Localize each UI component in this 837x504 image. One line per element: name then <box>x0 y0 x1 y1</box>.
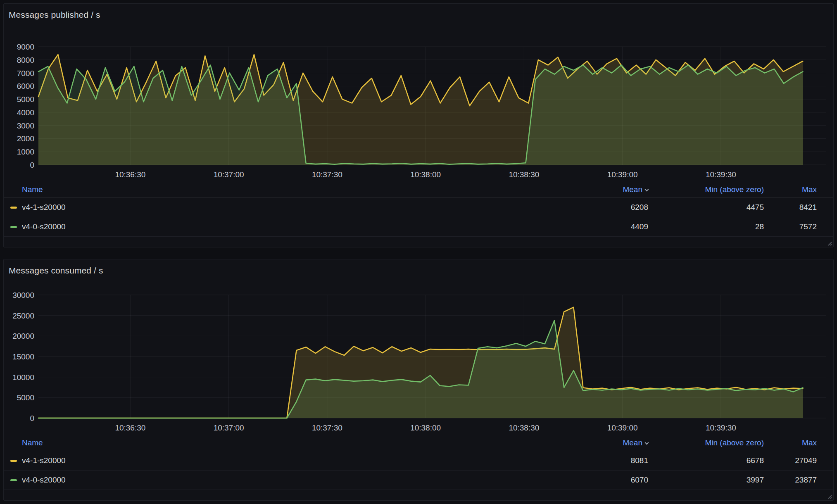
series-color-swatch[interactable] <box>10 479 17 481</box>
svg-text:10:37:30: 10:37:30 <box>312 423 342 432</box>
legend-header-name[interactable]: Name <box>22 438 43 447</box>
legend-row-v4-1: v4-1-s20000 6208 4475 8421 <box>4 198 833 217</box>
svg-text:10:37:00: 10:37:00 <box>214 423 244 432</box>
series-name[interactable]: v4-0-s20000 <box>22 475 66 485</box>
legend-header-mean-label: Mean <box>623 438 642 447</box>
panel-title[interactable]: Messages published / s <box>4 4 833 20</box>
series-color-swatch[interactable] <box>10 226 17 228</box>
panel-messages-consumed: Messages consumed / s 050001000015000200… <box>3 259 834 501</box>
svg-text:9000: 9000 <box>17 43 34 51</box>
legend-row-v4-1: v4-1-s20000 8081 6678 27049 <box>4 451 833 471</box>
series-color-swatch[interactable] <box>10 207 17 209</box>
series-color-swatch[interactable] <box>10 460 17 462</box>
svg-text:30000: 30000 <box>12 291 34 300</box>
svg-text:10:36:30: 10:36:30 <box>115 423 145 432</box>
max-value: 27049 <box>764 456 817 465</box>
svg-text:25000: 25000 <box>12 311 34 320</box>
svg-text:15000: 15000 <box>12 352 34 361</box>
legend-table: Name Mean Min (above zero) Max v4-1-s200… <box>4 181 833 237</box>
svg-text:10:38:00: 10:38:00 <box>410 423 441 432</box>
legend-row-v4-0: v4-0-s20000 4409 28 7572 <box>4 217 833 237</box>
svg-text:6000: 6000 <box>17 82 34 90</box>
svg-text:20000: 20000 <box>12 332 34 340</box>
svg-text:10000: 10000 <box>12 373 34 382</box>
mean-value: 6070 <box>590 475 648 485</box>
svg-text:10:37:30: 10:37:30 <box>312 170 342 179</box>
dashboard: Messages published / s 01000200030004000… <box>0 0 837 504</box>
svg-text:10:39:00: 10:39:00 <box>607 170 638 179</box>
legend-header-name[interactable]: Name <box>22 185 43 194</box>
legend-header-mean[interactable]: Mean <box>623 438 648 447</box>
svg-text:10:38:00: 10:38:00 <box>410 170 441 179</box>
svg-text:10:36:30: 10:36:30 <box>115 170 145 179</box>
svg-text:7000: 7000 <box>17 69 34 78</box>
series-name[interactable]: v4-0-s20000 <box>22 222 66 231</box>
mean-value: 4409 <box>590 222 648 231</box>
min-value: 4475 <box>648 203 764 212</box>
panel-title[interactable]: Messages consumed / s <box>4 259 833 276</box>
svg-text:10:38:30: 10:38:30 <box>509 423 539 432</box>
time-series-chart-consumed[interactable]: 05000100001500020000250003000010:36:3010… <box>4 289 832 435</box>
svg-text:10:39:30: 10:39:30 <box>706 423 736 432</box>
min-value: 3997 <box>648 475 764 485</box>
svg-text:5000: 5000 <box>17 95 34 104</box>
legend-header-max[interactable]: Max <box>802 185 817 194</box>
series-name[interactable]: v4-1-s20000 <box>22 203 66 212</box>
svg-text:10:39:30: 10:39:30 <box>706 170 736 179</box>
legend-header-row: Name Mean Min (above zero) Max <box>4 435 833 451</box>
svg-text:3000: 3000 <box>17 121 34 130</box>
legend-table: Name Mean Min (above zero) Max v4-1-s200… <box>4 435 833 490</box>
time-series-chart-published[interactable]: 010002000300040005000600070008000900010:… <box>4 41 832 181</box>
svg-text:0: 0 <box>30 414 34 423</box>
svg-text:10:39:00: 10:39:00 <box>607 423 638 432</box>
legend-row-v4-0: v4-0-s20000 6070 3997 23877 <box>4 471 833 490</box>
svg-text:2000: 2000 <box>17 134 34 143</box>
min-value: 6678 <box>648 456 764 465</box>
legend-header-min[interactable]: Min (above zero) <box>705 438 764 447</box>
svg-text:4000: 4000 <box>17 108 34 117</box>
series-name[interactable]: v4-1-s20000 <box>22 456 66 465</box>
svg-text:8000: 8000 <box>17 56 34 64</box>
max-value: 23877 <box>764 475 817 485</box>
legend-header-max[interactable]: Max <box>802 438 817 447</box>
min-value: 28 <box>648 222 764 231</box>
legend-header-mean-label: Mean <box>623 185 642 194</box>
svg-text:1000: 1000 <box>17 147 34 156</box>
panel-resize-handle[interactable] <box>826 493 832 499</box>
svg-text:5000: 5000 <box>17 393 34 402</box>
mean-value: 6208 <box>590 203 648 212</box>
max-value: 8421 <box>764 203 817 212</box>
panel-messages-published: Messages published / s 01000200030004000… <box>3 3 834 247</box>
legend-header-row: Name Mean Min (above zero) Max <box>4 181 833 198</box>
legend-header-min[interactable]: Min (above zero) <box>705 185 764 194</box>
legend-header-mean[interactable]: Mean <box>623 185 648 194</box>
max-value: 7572 <box>764 222 817 231</box>
svg-text:10:38:30: 10:38:30 <box>509 170 539 179</box>
svg-text:0: 0 <box>30 161 34 169</box>
mean-value: 8081 <box>590 456 648 465</box>
svg-text:10:37:00: 10:37:00 <box>214 170 244 179</box>
panel-resize-handle[interactable] <box>826 240 832 246</box>
